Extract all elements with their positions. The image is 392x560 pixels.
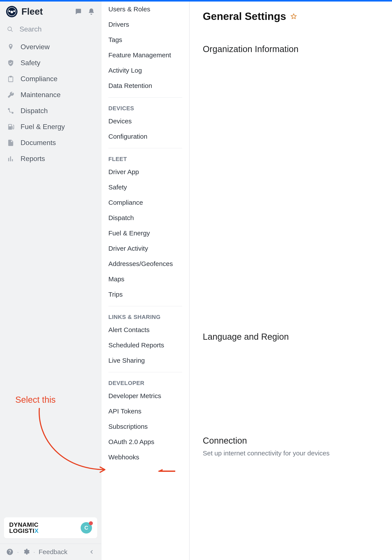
settings-item-scheduled-reports[interactable]: Scheduled Reports: [107, 338, 184, 353]
fleet-logo-icon: [6, 6, 18, 17]
fuel-pump-icon: [7, 123, 14, 130]
separator: ·: [33, 548, 35, 556]
map-pin-icon: [7, 43, 14, 51]
clipboard-icon: [7, 75, 14, 83]
settings-item-tags[interactable]: Tags: [107, 32, 184, 48]
section-connection-desc: Set up internet connectivity for your de…: [203, 450, 379, 457]
section-connection: Connection: [203, 436, 379, 446]
nav-label-reports: Reports: [20, 155, 45, 163]
primary-sidebar: Fleet Overview Safety Compliance Mainten…: [0, 1, 101, 560]
settings-item-live-sharing[interactable]: Live Sharing: [107, 353, 184, 368]
nav-item-safety[interactable]: Safety: [0, 55, 101, 71]
settings-item-feature-management[interactable]: Feature Management: [107, 48, 184, 63]
settings-item-driver-activity[interactable]: Driver Activity: [107, 241, 184, 256]
user-avatar[interactable]: C: [81, 522, 92, 533]
page-title: General Settings: [203, 10, 286, 22]
org-name-line1: DYNAMIC: [9, 521, 38, 528]
nav-item-maintenance[interactable]: Maintenance: [0, 87, 101, 103]
feedback-link[interactable]: Feedback: [39, 548, 67, 556]
nav-label-documents: Documents: [20, 139, 56, 147]
settings-item-api-tokens[interactable]: API Tokens: [107, 404, 184, 419]
bell-icon[interactable]: [88, 8, 95, 15]
settings-item-addresses-geofences[interactable]: Addresses/Geofences: [107, 256, 184, 271]
annotation-label: Select this: [15, 395, 56, 405]
notification-dot: [89, 521, 93, 525]
nav-item-compliance[interactable]: Compliance: [0, 71, 101, 87]
nav-label-compliance: Compliance: [20, 75, 57, 83]
nav-item-dispatch[interactable]: Dispatch: [0, 103, 101, 119]
settings-group-developer: DEVELOPER: [107, 376, 184, 388]
nav-item-fuel[interactable]: Fuel & Energy: [0, 119, 101, 135]
nav-item-documents[interactable]: Documents: [0, 135, 101, 151]
sidebar-header: Fleet: [0, 1, 101, 22]
separator: ·: [17, 548, 19, 556]
primary-nav: Overview Safety Compliance Maintenance D…: [0, 38, 101, 168]
section-org-info: Organization Information: [203, 44, 379, 54]
settings-group-devices: DEVICES: [107, 101, 184, 113]
nav-label-maintenance: Maintenance: [20, 91, 60, 99]
settings-item-developer-metrics[interactable]: Developer Metrics: [107, 388, 184, 404]
settings-group-fleet: FLEET: [107, 152, 184, 164]
page-title-row: General Settings: [203, 10, 379, 22]
annotation-short-arrow-icon: [158, 469, 175, 472]
settings-item-drivers[interactable]: Drivers: [107, 17, 184, 32]
settings-item-compliance[interactable]: Compliance: [107, 195, 184, 210]
settings-item-alert-contacts[interactable]: Alert Contacts: [107, 322, 184, 338]
top-accent-bar: [0, 0, 392, 1]
settings-item-users-roles[interactable]: Users & Roles: [107, 1, 184, 17]
wrench-icon: [7, 91, 14, 99]
settings-item-dispatch[interactable]: Dispatch: [107, 210, 184, 226]
divider: [108, 148, 182, 148]
settings-item-activity-log[interactable]: Activity Log: [107, 63, 184, 78]
nav-label-dispatch: Dispatch: [20, 107, 48, 115]
settings-item-configuration[interactable]: Configuration: [107, 129, 184, 144]
main-content: General Settings Organization Informatio…: [190, 1, 392, 560]
nav-item-reports[interactable]: Reports: [0, 151, 101, 167]
settings-item-trips[interactable]: Trips: [107, 287, 184, 302]
nav-label-overview: Overview: [20, 43, 50, 51]
settings-item-data-retention[interactable]: Data Retention: [107, 78, 184, 93]
settings-item-oauth-apps[interactable]: OAuth 2.0 Apps: [107, 434, 184, 450]
route-icon: [7, 107, 14, 115]
section-language-region: Language and Region: [203, 332, 379, 342]
org-name-line2b: X: [35, 527, 39, 534]
settings-panel: Users & Roles Drivers Tags Feature Manag…: [101, 1, 190, 560]
divider: [108, 97, 182, 98]
sidebar-footer: · · Feedback: [0, 544, 101, 560]
help-icon[interactable]: [6, 548, 14, 556]
settings-item-webhooks[interactable]: Webhooks: [107, 450, 184, 465]
search-icon: [7, 26, 13, 33]
search-input[interactable]: [19, 25, 95, 33]
document-icon: [7, 139, 14, 147]
settings-item-safety[interactable]: Safety: [107, 180, 184, 195]
settings-item-devices[interactable]: Devices: [107, 113, 184, 129]
star-outline-icon[interactable]: [290, 13, 297, 20]
bar-chart-icon: [7, 155, 14, 162]
settings-item-maps[interactable]: Maps: [107, 271, 184, 287]
nav-item-overview[interactable]: Overview: [0, 39, 101, 55]
settings-item-fuel-energy[interactable]: Fuel & Energy: [107, 226, 184, 241]
gear-icon[interactable]: [22, 548, 30, 556]
org-name: DYNAMIC LOGISTIX: [9, 522, 39, 534]
shield-check-icon: [7, 59, 14, 67]
avatar-initial: C: [84, 525, 88, 531]
chevron-left-icon[interactable]: [88, 548, 95, 556]
nav-label-fuel: Fuel & Energy: [20, 123, 65, 131]
search-row[interactable]: [0, 22, 101, 38]
org-card[interactable]: DYNAMIC LOGISTIX C: [4, 517, 97, 538]
divider: [108, 306, 182, 306]
settings-group-links-sharing: LINKS & SHARING: [107, 310, 184, 322]
nav-label-safety: Safety: [20, 59, 40, 67]
settings-item-driver-app[interactable]: Driver App: [107, 164, 184, 180]
org-name-line2a: LOGISTI: [9, 527, 35, 534]
settings-item-subscriptions[interactable]: Subscriptions: [107, 419, 184, 434]
annotation-curved-arrow-icon: [35, 408, 109, 476]
brand-name: Fleet: [21, 6, 75, 17]
chat-icon[interactable]: [75, 8, 82, 15]
